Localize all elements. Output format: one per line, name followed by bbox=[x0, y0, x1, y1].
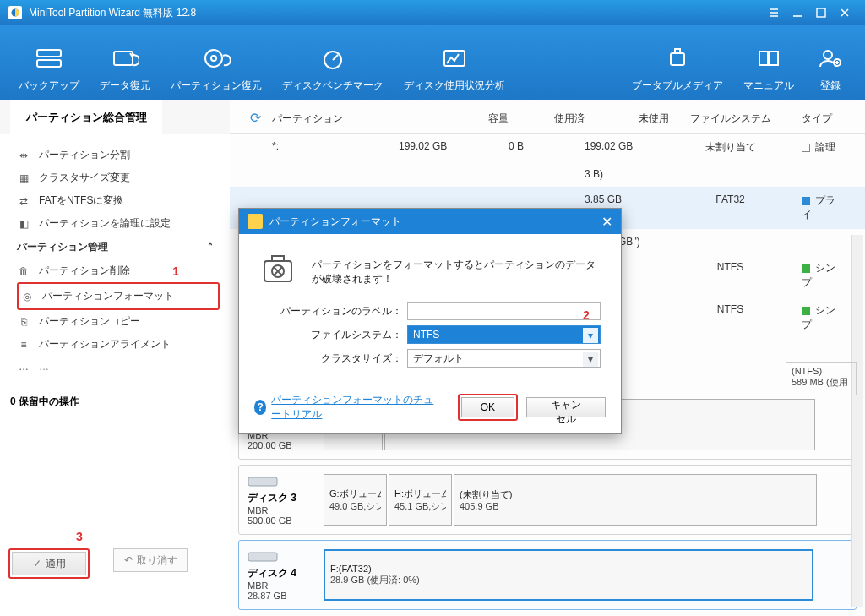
table-row[interactable]: *:199.02 GB0 B199.02 GB未割り当て論理 bbox=[230, 134, 865, 161]
sidebar-tabs: パーティション総合管理 bbox=[0, 100, 230, 134]
disk-block[interactable]: ディスク 3MBR500.00 GBG:ボリューム (N49.0 GB,シンH:… bbox=[238, 465, 857, 535]
titlebar: MiniTool Partition Wizard 無料版 12.8 bbox=[0, 0, 865, 25]
sidebar-item-copy[interactable]: ⎘パーティションコピー bbox=[0, 310, 230, 333]
apply-button[interactable]: ✓適用 bbox=[12, 552, 86, 575]
sidebar-item-logical[interactable]: ◧パーティションを論理に設定 bbox=[0, 212, 230, 235]
manual-label: マニュアル bbox=[743, 79, 794, 93]
partition-bar[interactable]: H:ボリューム (N45.1 GB,シン bbox=[389, 474, 452, 526]
svg-rect-2 bbox=[37, 50, 61, 57]
more-label: … bbox=[39, 361, 49, 373]
backup-label: バックアップ bbox=[19, 79, 79, 93]
sidebar-item-cluster[interactable]: ▦クラスタサイズ変更 bbox=[0, 166, 230, 189]
svg-point-11 bbox=[824, 51, 832, 59]
bootable-label: ブータブルメディア bbox=[632, 79, 723, 93]
partition-bar[interactable]: (未割り当て)405.9 GB bbox=[454, 474, 817, 526]
undo-button[interactable]: ↶取り消す bbox=[113, 548, 188, 572]
disk-info: ディスク 3MBR500.00 GB bbox=[248, 474, 315, 526]
sidebar-item-more[interactable]: …… bbox=[0, 356, 230, 378]
dialog-title-text: パーティションフォーマット bbox=[269, 215, 401, 229]
help-icon: ? bbox=[254, 400, 266, 415]
maximize-button[interactable] bbox=[809, 7, 833, 19]
manual-button[interactable]: マニュアル bbox=[733, 32, 804, 93]
cluster-select[interactable]: デフォルト ▾ bbox=[407, 349, 601, 368]
benchmark-label: ディスクベンチマーク bbox=[282, 79, 384, 93]
fat-ntfs-icon: ⇄ bbox=[17, 194, 30, 208]
svg-rect-14 bbox=[248, 477, 277, 486]
close-button[interactable] bbox=[833, 7, 857, 19]
highlight-format: ◎パーティションフォーマット bbox=[17, 282, 220, 310]
ok-button[interactable]: OK bbox=[461, 397, 514, 417]
disk-block[interactable]: ディスク 4MBR28.87 GBF:(FAT32)28.9 GB (使用済: … bbox=[238, 540, 857, 610]
partition-fragment: (NTFS) 589 MB (使用 bbox=[786, 362, 857, 395]
hdr-fs: ファイルシステム bbox=[669, 112, 792, 126]
data-recovery-label: データ復元 bbox=[100, 79, 150, 93]
dialog-close-button[interactable]: ✕ bbox=[601, 214, 612, 230]
sidebar-item-delete[interactable]: 🗑パーティション削除 bbox=[0, 259, 172, 282]
svg-point-6 bbox=[211, 56, 216, 61]
sidebar-tab-main[interactable]: パーティション総合管理 bbox=[10, 100, 162, 134]
cluster-value: デフォルト bbox=[413, 352, 464, 366]
split-icon: ⇹ bbox=[17, 149, 30, 162]
cluster-icon: ▦ bbox=[17, 172, 30, 185]
data-recovery-button[interactable]: データ復元 bbox=[90, 32, 160, 93]
disk-benchmark-button[interactable]: ディスクベンチマーク bbox=[272, 32, 394, 93]
svg-rect-3 bbox=[37, 60, 61, 67]
dialog-icon bbox=[248, 214, 263, 229]
logical-label: パーティションを論理に設定 bbox=[39, 216, 171, 231]
hdr-type: タイプ bbox=[792, 112, 842, 126]
tutorial-link[interactable]: パーティションフォーマットのチュートリアル bbox=[271, 393, 440, 422]
chevron-down-icon: ▾ bbox=[583, 352, 598, 367]
highlight-ok: OK bbox=[458, 394, 518, 421]
highlight-apply: ✓適用 bbox=[8, 548, 90, 579]
frag-fs: (NTFS) bbox=[792, 366, 851, 376]
bootable-media-button[interactable]: ブータブルメディア bbox=[622, 32, 733, 93]
delete-label: パーティション削除 bbox=[39, 264, 130, 278]
warning-icon bbox=[259, 249, 296, 286]
hdr-used: 使用済 bbox=[509, 112, 585, 126]
label-fs: ファイルシステム： bbox=[259, 328, 407, 342]
partition-bar[interactable]: F:(FAT32)28.9 GB (使用済: 0%) bbox=[324, 549, 813, 601]
table-row[interactable]: 3 B) bbox=[230, 161, 865, 187]
app-title: MiniTool Partition Wizard 無料版 12.8 bbox=[29, 6, 762, 20]
copy-label: パーティションコピー bbox=[39, 314, 140, 329]
sidebar-item-format[interactable]: ◎パーティションフォーマット bbox=[20, 285, 216, 308]
refresh-icon[interactable]: ⟳ bbox=[250, 110, 261, 126]
space-analyzer-button[interactable]: ディスク使用状況分析 bbox=[394, 32, 515, 93]
frag-size: 589 MB (使用 bbox=[792, 376, 851, 389]
sidebar-group-manage[interactable]: パーティション管理 ˄ bbox=[0, 235, 230, 259]
backup-icon bbox=[33, 45, 65, 72]
logical-icon: ◧ bbox=[17, 217, 30, 231]
usb-icon bbox=[661, 45, 694, 72]
split-label: パーティション分割 bbox=[39, 148, 130, 162]
copy-icon: ⎘ bbox=[17, 315, 30, 329]
sidebar-item-split[interactable]: ⇹パーティション分割 bbox=[0, 144, 230, 166]
menu-button[interactable] bbox=[762, 7, 786, 19]
partition-recovery-button[interactable]: パーティション復元 bbox=[160, 32, 272, 93]
partition-label-input[interactable] bbox=[407, 302, 601, 320]
partition-bar[interactable]: G:ボリューム (N49.0 GB,シン bbox=[324, 474, 387, 526]
disk-info: ディスク 4MBR28.87 GB bbox=[248, 549, 315, 601]
svg-rect-1 bbox=[817, 8, 825, 17]
svg-point-5 bbox=[205, 50, 222, 67]
backup-button[interactable]: バックアップ bbox=[8, 32, 90, 93]
partition-recovery-icon bbox=[200, 45, 232, 72]
scrollbar[interactable] bbox=[851, 235, 863, 607]
svg-rect-10 bbox=[675, 49, 680, 53]
benchmark-icon bbox=[317, 45, 349, 72]
sidebar-item-align[interactable]: ≡パーティションアライメント bbox=[0, 333, 230, 356]
fat-ntfs-label: FATをNTFSに変換 bbox=[39, 194, 123, 208]
minimize-button[interactable] bbox=[786, 7, 809, 19]
chevron-up-icon: ˄ bbox=[208, 242, 213, 253]
undo-icon: ↶ bbox=[124, 554, 133, 566]
cancel-button[interactable]: キャンセル bbox=[526, 397, 606, 417]
more-icon: … bbox=[17, 360, 30, 373]
dialog-titlebar: パーティションフォーマット ✕ bbox=[239, 209, 621, 234]
annotation-2: 2 bbox=[583, 308, 590, 322]
sidebar-item-fat-ntfs[interactable]: ⇄FATをNTFSに変換 bbox=[0, 189, 230, 212]
dialog-warning-text: パーティションをフォーマットするとパーティションのデータが破壊されます！ bbox=[312, 249, 601, 286]
label-cluster: クラスタサイズ： bbox=[259, 352, 407, 366]
cluster-label: クラスタサイズ変更 bbox=[39, 171, 130, 185]
register-button[interactable]: 登録 bbox=[804, 32, 857, 93]
fs-select[interactable]: NTFS ▾ bbox=[407, 325, 601, 344]
align-icon: ≡ bbox=[17, 338, 30, 352]
